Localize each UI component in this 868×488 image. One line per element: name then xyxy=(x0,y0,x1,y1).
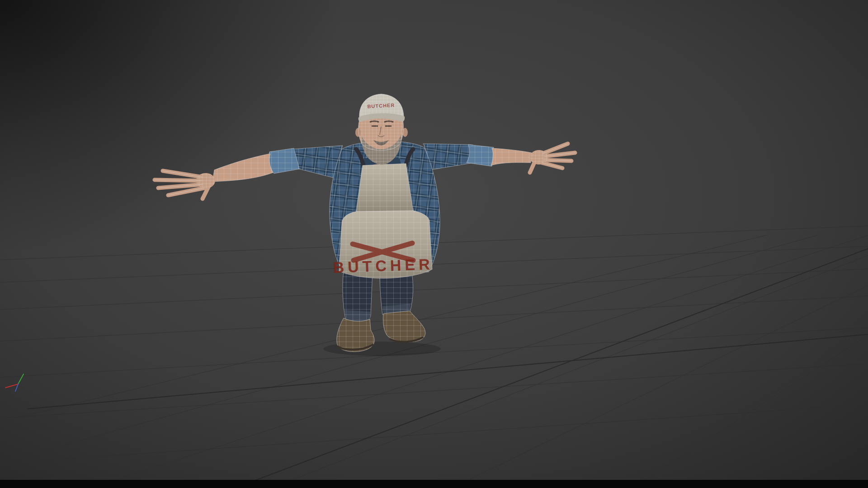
apron-text: BUTCHER xyxy=(333,255,434,276)
viewport-window: BUTCHER BUTCHER xyxy=(0,0,868,488)
wireframe-overlay xyxy=(356,164,413,212)
vignette-top-left xyxy=(0,0,344,253)
bottom-bar xyxy=(0,480,868,488)
viewport-canvas[interactable]: BUTCHER BUTCHER xyxy=(0,0,868,488)
